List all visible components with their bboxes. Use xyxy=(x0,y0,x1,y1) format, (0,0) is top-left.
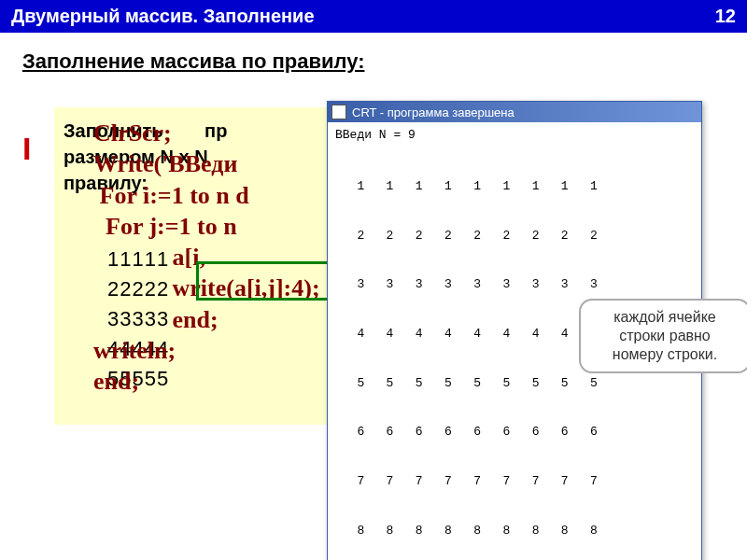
code-line: ClrScr; xyxy=(93,118,320,148)
crt-row: 7 7 7 7 7 7 7 7 7 xyxy=(335,473,694,490)
callout-line: строки равно xyxy=(590,327,740,345)
slide-number: 12 xyxy=(715,6,736,27)
crt-title: CRT - программа завершена xyxy=(352,105,514,119)
callout-line: каждой ячейке xyxy=(590,308,740,327)
code-line: Write('ВВеди xyxy=(93,148,320,179)
crt-row: 8 8 8 8 8 8 8 8 8 xyxy=(335,523,694,539)
code-line: For j:=1 to n xyxy=(93,211,320,242)
red-letter: I xyxy=(22,131,31,167)
crt-row: 5 5 5 5 5 5 5 5 5 xyxy=(335,375,694,392)
code-line: end; xyxy=(93,366,320,397)
code-block: ClrScr; Write('ВВеди For i:=1 to n d For… xyxy=(93,118,320,397)
crt-row: 1 1 1 1 1 1 1 1 1 xyxy=(335,178,694,195)
code-line: write(a[i,j]:4); xyxy=(93,273,320,303)
slide-header: Двумерный массив. Заполнение 12 xyxy=(0,0,747,33)
crt-row: 6 6 6 6 6 6 6 6 6 xyxy=(335,424,694,441)
code-line: writeln; xyxy=(93,335,320,366)
crt-prompt: ВВеди N = 9 xyxy=(335,128,694,142)
app-icon xyxy=(331,105,346,119)
crt-row: 2 2 2 2 2 2 2 2 2 xyxy=(335,228,694,245)
callout-bubble: каждой ячейке строки равно номеру строки… xyxy=(579,299,747,373)
section-title: Заполнение массива по правилу: xyxy=(0,33,747,79)
slide-title: Двумерный массив. Заполнение xyxy=(11,6,315,27)
code-line: a[i, xyxy=(93,242,320,273)
crt-titlebar: CRT - программа завершена xyxy=(328,102,701,122)
crt-row: 3 3 3 3 3 3 3 3 3 xyxy=(335,276,694,293)
code-line: end; xyxy=(93,304,320,335)
callout-line: номеру строки. xyxy=(590,345,740,364)
code-line: For i:=1 to n d xyxy=(93,180,320,211)
